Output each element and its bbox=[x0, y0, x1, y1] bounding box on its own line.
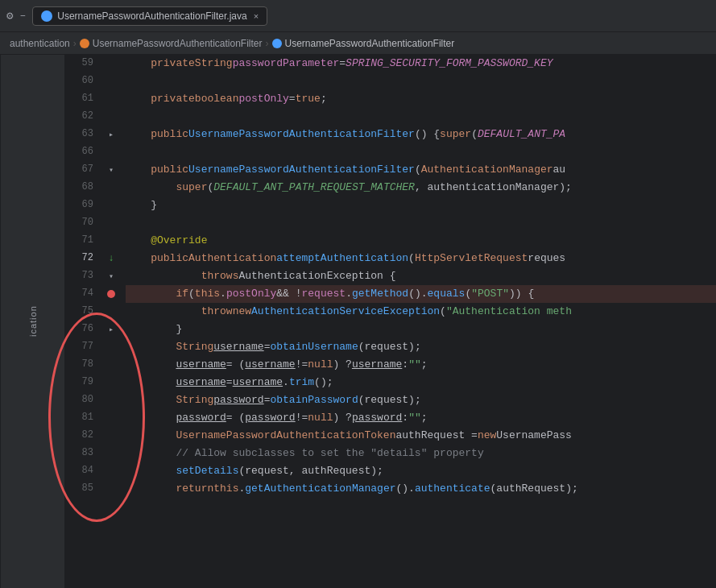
gutter-80 bbox=[103, 391, 119, 409]
line-num-79: 79 bbox=[64, 374, 103, 391]
code-area[interactable]: private String passwordParameter = SPRIN… bbox=[119, 55, 716, 588]
line-num-81: 81 bbox=[64, 409, 103, 427]
gutter-79 bbox=[103, 374, 119, 391]
line-num-69: 69 bbox=[64, 197, 103, 214]
gutter-61 bbox=[103, 90, 119, 108]
line-num-78: 78 bbox=[64, 356, 103, 374]
code-line-59: private String passwordParameter = SPRIN… bbox=[126, 55, 716, 72]
breadcrumb-item-filter1[interactable]: UsernamePasswordAuthenticationFilter bbox=[93, 38, 263, 49]
line-num-61: 61 bbox=[64, 90, 103, 108]
tab-file-icon bbox=[41, 10, 52, 22]
code-line-82: UsernamePasswordAuthenticationToken auth… bbox=[126, 427, 716, 445]
gutter-67: ▾ bbox=[103, 161, 119, 179]
tab-dash: – bbox=[19, 10, 26, 22]
line-num-84: 84 bbox=[64, 462, 103, 480]
gutter-77 bbox=[103, 338, 119, 356]
line-num-60: 60 bbox=[64, 72, 103, 90]
code-line-76: } bbox=[126, 321, 716, 338]
fold-icon-63[interactable]: ▸ bbox=[109, 130, 114, 139]
line-num-66: 66 bbox=[64, 143, 103, 161]
code-line-61: private boolean postOnly = true; bbox=[126, 90, 716, 108]
line-num-59: 59 bbox=[64, 55, 103, 72]
gear-icon[interactable]: ⚙ bbox=[6, 9, 13, 23]
line-num-75: 75 bbox=[64, 303, 103, 321]
line-num-82: 82 bbox=[64, 427, 103, 445]
code-line-67: public UsernamePasswordAuthenticationFil… bbox=[126, 161, 716, 179]
line-num-71: 71 bbox=[64, 232, 103, 250]
code-line-85: return this.getAuthenticationManager().a… bbox=[126, 480, 716, 498]
top-bar: ⚙ – UsernamePasswordAuthenticationFilter… bbox=[0, 0, 716, 32]
code-line-62 bbox=[126, 108, 716, 126]
breadcrumb-item-authentication[interactable]: authentication bbox=[10, 38, 70, 49]
gutter-72: ↓ bbox=[103, 250, 119, 267]
code-line-81: password = (password != null) ? password… bbox=[126, 409, 716, 427]
sidebar-label-text: ication bbox=[28, 306, 38, 337]
fold-icon-67[interactable]: ▾ bbox=[109, 165, 114, 175]
code-line-74: if (this.postOnly && !request.getMethod(… bbox=[126, 285, 716, 303]
gutter-76: ▸ bbox=[103, 321, 119, 338]
code-line-83: // Allow subclasses to set the "details"… bbox=[126, 445, 716, 462]
editor-container: ication 59 60 61 62 63 66 67 68 69 70 71… bbox=[0, 55, 716, 588]
line-num-85: 85 bbox=[64, 480, 103, 498]
breadcrumb-icon-blue bbox=[272, 39, 282, 48]
gutter: ▸ ▾ ↓ ▾ ▸ bbox=[103, 55, 119, 588]
line-num-73: 73 bbox=[64, 267, 103, 285]
gutter-71 bbox=[103, 232, 119, 250]
gutter-78 bbox=[103, 356, 119, 374]
editor-tab[interactable]: UsernamePasswordAuthenticationFilter.jav… bbox=[32, 6, 267, 26]
fold-icon-73[interactable]: ▾ bbox=[109, 271, 114, 281]
fold-icon-76[interactable]: ▸ bbox=[109, 325, 114, 334]
code-line-68: super(DEFAULT_ANT_PATH_REQUEST_MATCHER, … bbox=[126, 179, 716, 197]
line-num-72: 72 bbox=[64, 250, 103, 267]
breadcrumb-item-filter2[interactable]: UsernamePasswordAuthenticationFilter bbox=[285, 38, 455, 49]
gutter-84 bbox=[103, 462, 119, 480]
gutter-82 bbox=[103, 427, 119, 445]
line-num-62: 62 bbox=[64, 108, 103, 126]
code-line-69: } bbox=[126, 197, 716, 214]
line-num-63: 63 bbox=[64, 126, 103, 143]
line-num-80: 80 bbox=[64, 391, 103, 409]
sidebar-panel: ication bbox=[0, 55, 64, 588]
gutter-63: ▸ bbox=[103, 126, 119, 143]
code-line-75: throw new AuthenticationServiceException… bbox=[126, 303, 716, 321]
line-num-74: 74 bbox=[64, 285, 103, 303]
breadcrumb: authentication › UsernamePasswordAuthent… bbox=[0, 32, 716, 55]
code-line-73: throws AuthenticationException { bbox=[126, 267, 716, 285]
code-line-70 bbox=[126, 214, 716, 232]
execution-arrow: ↓ bbox=[108, 253, 114, 264]
line-num-68: 68 bbox=[64, 179, 103, 197]
code-line-79: username = username.trim(); bbox=[126, 374, 716, 391]
line-num-83: 83 bbox=[64, 445, 103, 462]
gutter-74[interactable] bbox=[103, 285, 119, 303]
gutter-60 bbox=[103, 72, 119, 90]
gutter-85 bbox=[103, 480, 119, 498]
gutter-69 bbox=[103, 197, 119, 214]
code-line-66 bbox=[126, 143, 716, 161]
gutter-75 bbox=[103, 303, 119, 321]
line-num-77: 77 bbox=[64, 338, 103, 356]
gutter-70 bbox=[103, 214, 119, 232]
line-num-76: 76 bbox=[64, 321, 103, 338]
line-numbers: 59 60 61 62 63 66 67 68 69 70 71 72 73 7… bbox=[64, 55, 103, 588]
gutter-59 bbox=[103, 55, 119, 72]
code-line-80: String password = obtainPassword(request… bbox=[126, 391, 716, 409]
gutter-81 bbox=[103, 409, 119, 427]
line-num-67: 67 bbox=[64, 161, 103, 179]
tab-close-button[interactable]: × bbox=[254, 11, 259, 21]
gutter-66 bbox=[103, 143, 119, 161]
code-line-60 bbox=[126, 72, 716, 90]
gutter-68 bbox=[103, 179, 119, 197]
code-line-71: @Override bbox=[126, 232, 716, 250]
code-line-84: setDetails(request, authRequest); bbox=[126, 462, 716, 480]
breakpoint-74[interactable] bbox=[107, 290, 115, 298]
code-line-77: String username = obtainUsername(request… bbox=[126, 338, 716, 356]
gutter-83 bbox=[103, 445, 119, 462]
tab-filename: UsernamePasswordAuthenticationFilter.jav… bbox=[57, 10, 246, 22]
line-num-70: 70 bbox=[64, 214, 103, 232]
breadcrumb-sep-2: › bbox=[266, 38, 269, 49]
code-line-72: public Authentication attemptAuthenticat… bbox=[126, 250, 716, 267]
code-line-63: public UsernamePasswordAuthenticationFil… bbox=[126, 126, 716, 143]
gutter-73: ▾ bbox=[103, 267, 119, 285]
breadcrumb-icon-orange bbox=[80, 39, 89, 48]
breadcrumb-sep-1: › bbox=[73, 38, 77, 49]
